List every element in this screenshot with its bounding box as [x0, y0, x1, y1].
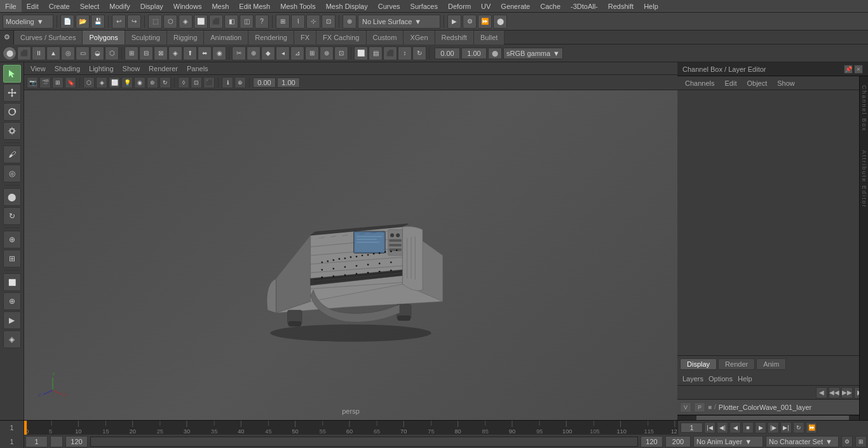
tab-rigging[interactable]: Rigging: [167, 31, 204, 44]
snap-point-btn[interactable]: ⊹: [306, 15, 320, 29]
separate-btn[interactable]: ⊠: [154, 46, 168, 60]
menu-uv[interactable]: UV: [476, 0, 496, 12]
menu-mesh-tools[interactable]: Mesh Tools: [275, 0, 320, 12]
bevel-btn[interactable]: ⊿: [290, 46, 304, 60]
scale-tool-btn[interactable]: [3, 122, 21, 140]
tab-custom[interactable]: Custom: [367, 31, 404, 44]
loop-btn[interactable]: ↻: [793, 422, 804, 433]
vp-ao-btn[interactable]: ⊛: [147, 77, 158, 88]
uv-editor-btn[interactable]: ⬛: [383, 46, 397, 60]
poke-btn[interactable]: ◆: [261, 46, 275, 60]
cb-tab-show[interactable]: Show: [775, 78, 797, 88]
menu-mesh-display[interactable]: Mesh Display: [321, 0, 373, 12]
live-surface-btn[interactable]: ⊕: [342, 15, 356, 29]
viewport-canvas[interactable]: Y X Z persp: [24, 90, 677, 420]
snap-grid-btn[interactable]: ⊞: [276, 15, 290, 29]
vp-pivot-btn[interactable]: ⊕: [234, 77, 246, 88]
menu-select[interactable]: Select: [75, 0, 105, 12]
vp-isolate-btn[interactable]: ⊡: [191, 77, 202, 88]
disk-btn[interactable]: ◒: [90, 46, 104, 60]
layer-color-icon[interactable]: ■: [708, 404, 712, 411]
menu-mesh[interactable]: Mesh: [207, 0, 234, 12]
flip-btn[interactable]: ↕: [398, 46, 412, 60]
sphere-btn[interactable]: ⬤: [3, 46, 17, 60]
vp-texture-btn[interactable]: ⬜: [109, 77, 120, 88]
merge-btn[interactable]: ⊞: [305, 46, 319, 60]
menu-generate[interactable]: Generate: [496, 0, 535, 12]
menu-create[interactable]: Create: [44, 0, 75, 12]
sculpt-tool-btn[interactable]: ◎: [3, 165, 21, 182]
vp-motion-btn[interactable]: ↻: [159, 77, 171, 88]
move-tool-btn[interactable]: [3, 84, 21, 102]
cb-tab-channels[interactable]: Channels: [682, 78, 717, 88]
mirror-btn[interactable]: ⊞: [125, 46, 139, 60]
tabs-settings-btn[interactable]: ⚙: [0, 31, 14, 44]
menu-windows[interactable]: Windows: [168, 0, 207, 12]
select-tool-btn[interactable]: [3, 65, 21, 83]
cylinder-btn[interactable]: ⏸: [32, 46, 46, 60]
tab-xgen[interactable]: XGen: [403, 31, 435, 44]
tab-fx[interactable]: FX: [294, 31, 316, 44]
rotate-tool-btn[interactable]: [3, 103, 21, 121]
cb-tab-edit[interactable]: Edit: [722, 78, 739, 88]
tab-curves-surfaces[interactable]: Curves / Surfaces: [14, 31, 83, 44]
char-set-dropdown[interactable]: No Character Set ▼: [766, 436, 839, 447]
cone-btn[interactable]: ▲: [46, 46, 60, 60]
render-view-btn[interactable]: ▶: [3, 311, 21, 329]
anim-layer-dropdown[interactable]: No Anim Layer ▼: [693, 436, 763, 447]
range-end-input[interactable]: [641, 436, 663, 447]
workspace-dropdown[interactable]: Modeling ▼: [3, 15, 53, 29]
tab-redshift[interactable]: Redshift: [435, 31, 474, 44]
vp-menu-show[interactable]: Show: [119, 64, 144, 73]
platonic-btn[interactable]: ⬡: [105, 46, 119, 60]
panel-pin-btn[interactable]: 📌: [844, 65, 853, 74]
transform-val1-input[interactable]: [435, 48, 460, 59]
plane-btn[interactable]: ▭: [76, 46, 90, 60]
stop-btn[interactable]: ■: [742, 422, 754, 433]
play-start-btn[interactable]: |◀: [704, 422, 715, 433]
menu-deform[interactable]: Deform: [443, 0, 476, 12]
vp-wireframe-btn[interactable]: ⬡: [83, 77, 95, 88]
menu-file[interactable]: File: [0, 0, 22, 12]
tab-rendering[interactable]: Rendering: [248, 31, 294, 44]
snap-curve-btn[interactable]: ⌇: [291, 15, 305, 29]
play-next-key-btn[interactable]: |▶: [768, 422, 779, 433]
gamma-dropdown[interactable]: sRGB gamma ▼: [503, 48, 563, 59]
play-prev-key-btn[interactable]: ◀|: [717, 422, 728, 433]
vp-light-btn[interactable]: 💡: [121, 77, 133, 88]
vp-bookmark-btn[interactable]: 🔖: [65, 77, 76, 88]
smooth-btn[interactable]: ◈: [168, 46, 182, 60]
vp-film-btn[interactable]: 🎬: [39, 77, 51, 88]
select-mode-btn[interactable]: ⬜: [194, 15, 208, 29]
menu-surfaces[interactable]: Surfaces: [405, 0, 443, 12]
timeline-range-bar[interactable]: [90, 437, 638, 447]
render-btn[interactable]: ▶: [447, 15, 461, 29]
play-end-btn[interactable]: ▶|: [780, 422, 792, 433]
vp-xray-btn[interactable]: ◊: [178, 77, 189, 88]
frame-mid-input[interactable]: [50, 436, 63, 447]
extrude-btn[interactable]: ⬆: [183, 46, 197, 60]
quick-layout-btn[interactable]: ⬜: [3, 273, 21, 291]
vp-menu-panels[interactable]: Panels: [183, 64, 212, 73]
fill-hole-btn[interactable]: ◉: [212, 46, 226, 60]
layers-prev-btn[interactable]: ◀◀: [829, 387, 840, 398]
duplicate-btn[interactable]: ⊡: [334, 46, 348, 60]
total-frames-input[interactable]: [665, 436, 691, 447]
connect-btn[interactable]: ⊕: [247, 46, 261, 60]
vp-camera-btn[interactable]: 📷: [27, 77, 38, 88]
layers-tab-options[interactable]: Options: [709, 375, 733, 383]
multi-cut-btn[interactable]: ✂: [232, 46, 246, 60]
tab-animation[interactable]: Animation: [204, 31, 248, 44]
open-scene-btn[interactable]: 📂: [76, 15, 90, 29]
layout-btn[interactable]: ▤: [369, 46, 383, 60]
menu-3dtall[interactable]: -3DtoAll-: [566, 0, 603, 12]
render-tab[interactable]: Render: [718, 358, 755, 370]
comp-vertex-btn[interactable]: ⬤: [3, 188, 21, 206]
display-tab[interactable]: Display: [680, 358, 717, 370]
frame-end-input[interactable]: [65, 436, 88, 447]
unwrap-btn[interactable]: ⬜: [354, 46, 368, 60]
layers-scrollbar[interactable]: [677, 415, 868, 420]
select-tool-btn[interactable]: ⬚: [148, 15, 162, 29]
vp-smooth-btn[interactable]: ◈: [96, 77, 107, 88]
menu-redshift[interactable]: Redshift: [603, 0, 639, 12]
